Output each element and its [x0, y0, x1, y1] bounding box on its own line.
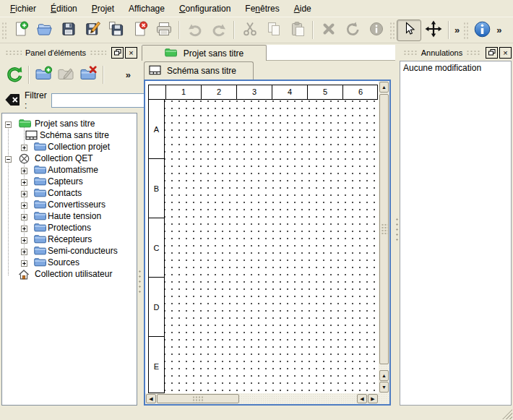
tree-item-recepteurs[interactable]: Récepteurs [2, 233, 137, 245]
tree-item-protections[interactable]: Protections [2, 222, 137, 233]
expand-box-icon[interactable] [21, 213, 27, 223]
window-resize-grip[interactable] [502, 409, 512, 419]
tree-item-semi-conducteurs[interactable]: Semi-conducteurs [2, 245, 137, 257]
close-file-button[interactable] [128, 20, 152, 41]
undo-history-list[interactable]: Aucune modification [400, 61, 512, 406]
close-panel-button[interactable]: × [125, 47, 137, 59]
scroll-down-button[interactable]: ▼ [379, 382, 389, 393]
elements-tree[interactable]: Projet sans titre Schéma sans titre Coll… [1, 113, 137, 406]
vertical-scrollbar-thumb[interactable] [379, 94, 389, 364]
properties-button[interactable] [364, 20, 388, 41]
tree-item-collection-utilisateur[interactable]: Collection utilisateur [2, 268, 137, 280]
toolbar-drag-handle[interactable] [463, 22, 468, 39]
tree-item-convertisseurs[interactable]: Convertisseurs [2, 199, 137, 210]
expand-box-icon[interactable] [21, 143, 27, 153]
float-panel-button[interactable] [486, 47, 498, 59]
tree-item-collection-projet[interactable]: Collection projet [2, 141, 137, 153]
pan-mode-button[interactable] [421, 20, 445, 41]
tree-item-sources[interactable]: Sources [2, 257, 137, 268]
expand-box-icon[interactable] [21, 201, 27, 211]
elements-panel-titlebar[interactable]: Panel d'éléments × [1, 46, 137, 59]
save-all-button[interactable] [104, 20, 128, 41]
schema-canvas[interactable]: 1 2 3 4 5 6 A B C D E [145, 81, 379, 393]
delete-button[interactable] [316, 20, 340, 41]
toolbar-drag-handle[interactable] [1, 22, 7, 39]
right-splitter-handle[interactable] [396, 217, 398, 241]
horizontal-scrollbar[interactable]: ◀ ◀ ▶ [145, 393, 379, 404]
delete-category-button[interactable] [77, 64, 100, 85]
menu-projet[interactable]: Projet [85, 1, 121, 16]
restore-icon [488, 49, 496, 56]
menu-aide[interactable]: Aide [287, 1, 319, 16]
cut-button[interactable] [238, 20, 262, 41]
expand-box-icon[interactable] [21, 259, 27, 269]
toolbar-drag-handle[interactable] [389, 22, 395, 39]
expand-box-icon[interactable] [21, 236, 27, 246]
menu-affichage[interactable]: Affichage [121, 1, 172, 16]
tree-item-automatisme[interactable]: Automatisme [2, 164, 137, 176]
undo-list-item[interactable]: Aucune modification [400, 61, 511, 74]
grid-column-label: 5 [307, 85, 342, 99]
tree-item-haute-tension[interactable]: Haute tension [2, 210, 137, 222]
copy-button[interactable] [262, 20, 285, 41]
blue-folder-icon [34, 246, 46, 257]
scroll-left-button[interactable]: ◀ [357, 394, 367, 403]
main-toolbar: » » [0, 17, 513, 43]
expand-box-icon[interactable] [21, 247, 27, 257]
paste-button[interactable] [285, 20, 309, 41]
tree-item-project[interactable]: Projet sans titre [2, 118, 137, 129]
menu-fichier[interactable]: Fichier [3, 1, 43, 16]
redo-button[interactable] [207, 20, 230, 41]
blue-folder-icon [34, 223, 46, 234]
schema-tab[interactable]: Schéma sans titre [144, 61, 254, 80]
blue-folder-icon [34, 257, 46, 269]
rotate-button[interactable] [340, 20, 364, 41]
expand-box-icon[interactable] [21, 178, 27, 188]
expand-box-icon[interactable] [21, 224, 27, 234]
menu-fenetres[interactable]: Fenêtres [238, 1, 286, 16]
scroll-up-button[interactable]: ▲ [379, 82, 389, 93]
new-document-icon [13, 21, 29, 39]
panel-toolbar-overflow-button[interactable]: » [124, 69, 133, 80]
selection-mode-button[interactable] [397, 20, 421, 41]
tree-item-contacts[interactable]: Contacts [2, 187, 137, 199]
horizontal-scrollbar-thumb[interactable] [157, 394, 239, 403]
tree-item-schema[interactable]: Schéma sans titre [2, 129, 137, 141]
left-splitter-handle[interactable] [139, 269, 141, 293]
float-panel-button[interactable] [111, 47, 124, 59]
undo-panel-titlebar[interactable]: Annulations × [400, 46, 512, 59]
new-category-button[interactable] [33, 64, 55, 85]
tree-item-collection-qet[interactable]: Collection QET [2, 153, 137, 164]
schema-tab-bar: Schéma sans titre [142, 61, 395, 80]
tree-item-capteurs[interactable]: Capteurs [2, 176, 137, 187]
edit-category-button[interactable] [55, 64, 77, 85]
new-project-button[interactable] [9, 20, 33, 41]
folder-delete-icon [79, 66, 98, 84]
close-panel-button[interactable]: × [499, 47, 512, 59]
undo-button[interactable] [183, 20, 207, 41]
save-button[interactable] [56, 20, 80, 41]
schema-view[interactable]: 1 2 3 4 5 6 A B C D E ▲ ▲ ▼ ◀ ◀ [144, 80, 391, 406]
collapse-box-icon[interactable] [5, 155, 12, 165]
project-tab[interactable]: Projet sans titre [142, 45, 267, 61]
menu-configuration[interactable]: Configuration [172, 1, 238, 16]
toolbar-overflow-button[interactable]: » [494, 25, 504, 35]
scroll-up-button[interactable]: ▲ [379, 370, 389, 381]
save-as-button[interactable] [80, 20, 104, 41]
scroll-left-icon: ◀ [149, 396, 152, 401]
open-project-button[interactable] [33, 20, 56, 41]
vertical-scrollbar[interactable]: ▲ ▲ ▼ [379, 81, 389, 393]
clear-filter-icon[interactable] [4, 93, 20, 108]
print-button[interactable] [152, 20, 176, 41]
expand-box-icon[interactable] [21, 166, 27, 176]
reload-collections-button[interactable] [3, 64, 25, 85]
menu-edition[interactable]: Édition [43, 1, 85, 16]
scroll-right-button[interactable]: ▶ [368, 394, 378, 403]
close-document-icon [132, 21, 148, 39]
expand-box-icon[interactable] [21, 189, 27, 200]
scroll-left-button[interactable]: ◀ [146, 394, 156, 403]
collapse-box-icon[interactable] [5, 120, 12, 130]
scissors-icon [243, 21, 257, 39]
about-button[interactable] [470, 20, 494, 41]
toolbar-overflow-button[interactable]: » [452, 25, 462, 35]
